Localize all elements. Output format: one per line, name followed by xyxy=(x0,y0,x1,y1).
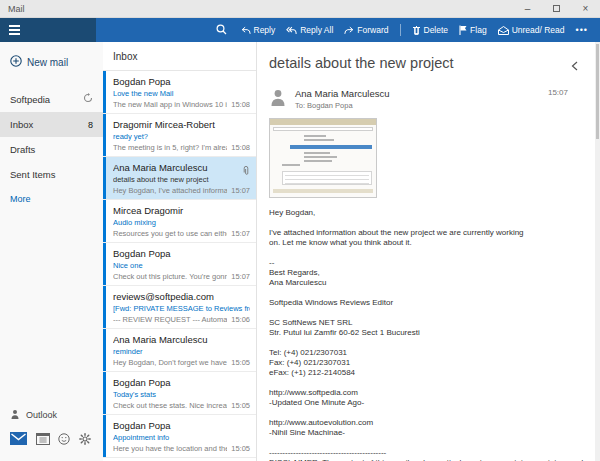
toolbar-divider xyxy=(400,24,401,36)
close-button[interactable]: × xyxy=(571,0,600,17)
unread-indicator xyxy=(103,286,106,328)
app-switcher xyxy=(0,431,103,461)
unread-indicator xyxy=(103,114,106,156)
message-row[interactable]: Bogdan Popa Today's stats Check out thes… xyxy=(103,372,256,415)
message-row-selected[interactable]: Ana Maria Marculescu details about the n… xyxy=(103,157,256,200)
toolbar: Reply Reply All Forward Delete Flag Unre… xyxy=(0,18,600,42)
unread-indicator xyxy=(103,372,106,414)
flag-button[interactable]: Flag xyxy=(459,25,487,35)
reply-button[interactable]: Reply xyxy=(241,25,276,35)
scrollbar[interactable] xyxy=(595,42,600,461)
unread-indicator xyxy=(103,329,106,371)
chevron-left-icon[interactable] xyxy=(571,57,578,75)
unread-indicator xyxy=(103,200,106,242)
folder-label: Sent Items xyxy=(10,169,55,180)
reply-icon xyxy=(241,26,251,35)
folder-label: Inbox xyxy=(10,119,33,130)
message-row[interactable]: Bogdan Popa Love the new Mail The new Ma… xyxy=(103,71,256,114)
unread-count-badge: 8 xyxy=(88,120,93,130)
maximize-button[interactable] xyxy=(542,0,571,17)
email-subject: details about the new project xyxy=(269,55,571,71)
message-list: Inbox Bogdan Popa Love the new Mail The … xyxy=(103,42,257,461)
account-outlook[interactable]: Outlook xyxy=(0,401,103,431)
unread-indicator xyxy=(103,415,106,457)
email-body: Hey Bogdan, I've attached information ab… xyxy=(269,208,586,461)
reply-all-button[interactable]: Reply All xyxy=(286,25,333,35)
forward-button[interactable]: Forward xyxy=(344,25,388,35)
trash-icon xyxy=(412,25,421,35)
sidebar-account[interactable]: Softpedia xyxy=(0,86,103,112)
unread-indicator xyxy=(103,157,106,199)
forward-icon xyxy=(344,26,354,35)
message-row[interactable]: Mircea Dragomir Audio mixing Resources y… xyxy=(103,200,256,243)
message-list-header: Inbox xyxy=(103,42,256,71)
main-content: New mail Softpedia Inbox 8 Drafts Sent I… xyxy=(0,42,600,461)
sidebar-more-link[interactable]: More xyxy=(0,187,103,211)
search-icon[interactable] xyxy=(216,21,227,39)
toolbar-search-section xyxy=(96,18,240,42)
message-row[interactable]: reviews@softpedia.com [Fwd: PRIVATE MESS… xyxy=(103,286,256,329)
sidebar-item-sent-items[interactable]: Sent Items xyxy=(0,162,103,187)
message-row[interactable]: Bogdan Popa Nice one Check out this pict… xyxy=(103,243,256,286)
person-icon xyxy=(10,409,20,421)
feedback-smiley-icon[interactable] xyxy=(58,431,70,449)
message-row[interactable]: Bogdan Popa Appointment info Here you ha… xyxy=(103,415,256,458)
email-sender-name: Ana Maria Marculescu xyxy=(295,88,548,99)
email-recipient: To: Bogdan Popa xyxy=(295,101,548,110)
sidebar: New mail Softpedia Inbox 8 Drafts Sent I… xyxy=(0,42,103,461)
window-title: Mail xyxy=(0,4,513,14)
scrollbar-thumb[interactable] xyxy=(596,44,599,139)
account-outlook-label: Outlook xyxy=(26,410,57,420)
unread-indicator xyxy=(103,243,106,285)
attachment-paperclip-icon xyxy=(243,162,249,180)
folder-label: Drafts xyxy=(10,144,35,155)
unread-indicator xyxy=(103,71,106,113)
flag-icon xyxy=(459,25,467,35)
window-controls: – × xyxy=(513,0,600,17)
hamburger-menu-icon[interactable] xyxy=(9,25,20,35)
toolbar-folder-section xyxy=(0,18,96,42)
settings-gear-icon[interactable] xyxy=(79,431,91,449)
sidebar-item-inbox[interactable]: Inbox 8 xyxy=(0,112,103,137)
envelope-icon xyxy=(498,26,509,35)
unread-read-button[interactable]: Unread/ Read xyxy=(498,25,565,35)
delete-button[interactable]: Delete xyxy=(412,25,449,35)
sync-icon xyxy=(83,93,93,105)
plus-circle-icon xyxy=(10,55,22,69)
sidebar-item-drafts[interactable]: Drafts xyxy=(0,137,103,162)
email-time: 15:07 xyxy=(548,88,568,110)
calendar-app-icon[interactable] xyxy=(36,431,50,449)
message-row[interactable]: Ana Maria Marculescu reminder Hey Bogdan… xyxy=(103,329,256,372)
more-options-icon[interactable]: ••• xyxy=(576,25,588,35)
reading-pane: details about the new project Ana Maria … xyxy=(257,42,600,461)
sidebar-footer: Outlook xyxy=(0,401,103,461)
mail-app-icon[interactable] xyxy=(10,431,27,449)
message-row[interactable]: Dragomir Mircea-Robert ready yet? The me… xyxy=(103,114,256,157)
minimize-button[interactable]: – xyxy=(513,0,542,17)
reply-all-icon xyxy=(286,26,297,35)
maximize-icon xyxy=(553,5,560,12)
account-name: Softpedia xyxy=(10,94,50,105)
attachment-thumbnail[interactable] xyxy=(269,118,377,198)
new-mail-button[interactable]: New mail xyxy=(10,55,103,69)
toolbar-actions: Reply Reply All Forward Delete Flag Unre… xyxy=(241,18,600,42)
avatar xyxy=(269,88,287,106)
new-mail-label: New mail xyxy=(27,57,68,68)
title-bar: Mail – × xyxy=(0,0,600,18)
